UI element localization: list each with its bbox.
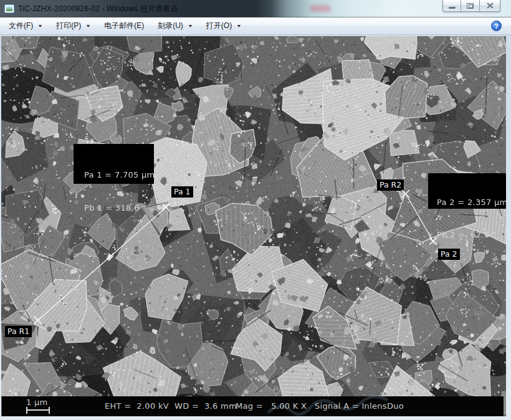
menu-email[interactable]: 电子邮件(E) [102,19,146,33]
menu-burn[interactable]: 刻录(U) ▼ [155,19,195,33]
eht-readout: EHT = 2.00 kV [105,401,169,411]
photo-viewer-window: TiC-JZHX-20200826-02 - Windows 照片查看器 文件(… [0,0,511,420]
pb1-value: Pb 1 = 318.6 ° [84,201,154,215]
window-title: TiC-JZHX-20200826-02 - Windows 照片查看器 [18,4,178,14]
sem-micrograph-texture [1,36,506,416]
close-icon [487,2,494,9]
minimize-icon [449,7,456,9]
chevron-down-icon: ▼ [188,24,193,28]
chevron-down-icon: ▼ [85,24,91,28]
image-viewport: Pa 1 = 7.705 µm Pb 1 = 318.6 ° Pa 2 = 2.… [0,35,511,420]
menu-burn-label: 刻录(U) [158,21,183,31]
pa1-tag: Pa 1 [171,186,193,198]
titlebar: TiC-JZHX-20200826-02 - Windows 照片查看器 [0,0,511,17]
window-controls [442,0,500,12]
photo-icon [6,6,12,11]
maximize-button[interactable] [461,0,480,12]
sem-infobar: 1 µm EHT = 2.00 kV WD = 3.6 mm Mag = 5.0… [2,396,504,416]
menu-print-label: 打印(P) [56,21,81,31]
close-button[interactable] [480,0,500,12]
app-icon[interactable] [4,4,14,13]
chevron-down-icon: ▼ [236,24,242,28]
menubar: 文件(F) ▼ 打印(P) ▼ 电子邮件(E) 刻录(U) ▼ 打开(O) ▼ … [0,17,511,35]
wd-readout: WD = 3.6 mm [174,401,237,411]
minimize-button[interactable] [442,0,461,12]
scale-label: 1 µm [26,398,48,407]
par1-tag: Pa R1 [5,326,32,337]
help-icon: ? [494,22,499,30]
help-button[interactable]: ? [491,21,502,31]
menu-file[interactable]: 文件(F) ▼ [6,19,45,33]
pa1-value: Pa 1 = 7.705 µm [84,168,154,182]
measurement-2-readout: Pa 2 = 2.357 µm Pb 2 = 62.9 ° [428,173,506,209]
menu-print[interactable]: 打印(P) ▼ [54,19,93,33]
measurement-1-readout: Pa 1 = 7.705 µm Pb 1 = 318.6 ° [74,144,154,184]
par2-tag: Pa R2 [377,179,404,191]
menu-file-label: 文件(F) [9,21,33,31]
pa2-value: Pa 2 = 2.357 µm [437,196,506,209]
pb2-value: Pb 2 = 62.9 ° [437,228,506,242]
chevron-down-icon: ▼ [37,24,43,28]
watermark-smudge [310,5,331,12]
menu-open[interactable]: 打开(O) ▼ [204,19,244,33]
menu-email-label: 电子邮件(E) [104,21,144,31]
maximize-icon [467,3,474,9]
scale-bar [26,407,50,414]
sem-image: Pa 1 = 7.705 µm Pb 1 = 318.6 ° Pa 2 = 2.… [1,36,506,416]
pa2-tag: Pa 2 [438,249,460,260]
mag-readout: Mag = 5.00 K X [236,401,307,411]
menu-open-label: 打开(O) [206,21,232,31]
signal-readout: Signal A = InlensDuo [315,401,404,411]
